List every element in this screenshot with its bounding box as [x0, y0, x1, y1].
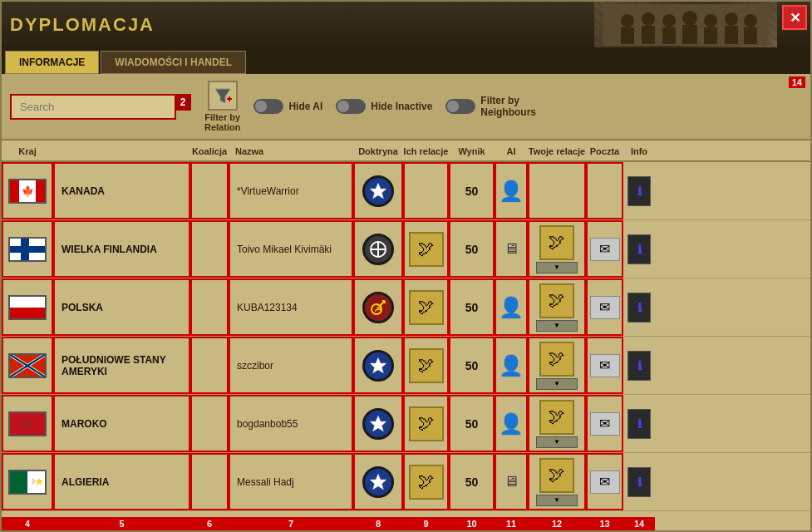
doctrine-cell-poland[interactable]: ☭ [353, 278, 403, 336]
filter-by-relation-label: Filter byRelation [204, 112, 240, 132]
info-cell-finland[interactable]: ℹ [623, 220, 655, 278]
doctrine-cell-canada[interactable] [353, 162, 403, 219]
badge-4: 4 [2, 517, 53, 530]
relation-dropdown-morocco[interactable]: ▼ [536, 436, 578, 448]
hide-inactive-toggle[interactable] [336, 99, 366, 114]
mail-icon-finland[interactable]: ✉ [590, 238, 620, 261]
filter-neighbours-toggle[interactable] [445, 99, 475, 114]
mail-cell-algeria[interactable]: ✉ [586, 453, 623, 510]
info-button-csa[interactable]: ℹ [627, 351, 651, 381]
hide-ai-label: Hide AI [288, 101, 322, 112]
your-rel-cell-finland[interactable]: 🕊 ▼ [528, 220, 586, 278]
filter-by-relation-button[interactable]: Filter byRelation [204, 81, 240, 132]
ai-person-icon: 👤 [499, 180, 524, 203]
their-rel-cell-morocco[interactable]: 🕊 [403, 395, 449, 452]
search-container: 2 [10, 94, 191, 120]
their-rel-cell-csa[interactable]: 🕊 [403, 337, 449, 394]
table-row: ☽⭐ ALGIERIA Messali Hadj 🕊 [2, 453, 810, 511]
tab-informacje[interactable]: INFORMACJE [5, 51, 99, 74]
close-button[interactable]: ✕ [782, 5, 807, 30]
your-rel-cell-canada[interactable] [528, 162, 586, 219]
mail-icon-csa[interactable]: ✉ [590, 354, 620, 377]
info-cell-morocco[interactable]: ℹ [623, 395, 655, 452]
relation-dropdown-poland[interactable]: ▼ [536, 320, 578, 332]
flag-cell-csa [2, 337, 53, 394]
mail-icon-morocco[interactable]: ✉ [590, 412, 620, 436]
your-rel-cell-morocco[interactable]: 🕊 ▼ [528, 395, 586, 452]
ai-person-icon-poland: 👤 [499, 296, 524, 319]
doctrine-cell-csa[interactable] [353, 337, 403, 394]
table-row: WIELKA FINLANDIA Toivo Mikael Kivimäki 🕊 [2, 220, 810, 278]
badge-5: 5 [53, 517, 190, 530]
coalition-cell-poland [190, 278, 229, 336]
info-button-canada[interactable]: ℹ [627, 176, 651, 206]
info-cell-algeria[interactable]: ℹ [623, 453, 655, 510]
tabs-bar: INFORMACJE WIADOMOŚCI I HANDEL [2, 47, 810, 74]
filter-neighbours-label: Filter by [480, 95, 536, 106]
score-finland: 50 [465, 243, 479, 256]
info-button-poland[interactable]: ℹ [627, 293, 651, 323]
doctrine-icon-democratic [362, 175, 394, 207]
your-rel-cell-csa[interactable]: 🕊 ▼ [528, 337, 586, 394]
doctrine-cell-algeria[interactable] [353, 453, 403, 510]
relation-dropdown-algeria[interactable]: ▼ [536, 495, 578, 506]
their-rel-cell-algeria[interactable]: 🕊 [403, 453, 449, 510]
democratic-symbol [368, 181, 388, 201]
mail-cell-csa[interactable]: ✉ [586, 337, 623, 394]
csa-flag-svg [10, 354, 45, 377]
doctrine-cell-morocco[interactable] [353, 395, 403, 452]
svg-point-3 [642, 12, 655, 26]
your-rel-container-poland: 🕊 ▼ [536, 283, 578, 332]
mail-cell-finland[interactable]: ✉ [586, 220, 623, 278]
header-number-badge: 14 [789, 76, 805, 88]
col-header-poczta: Poczta [586, 143, 623, 158]
info-cell-csa[interactable]: ℹ [623, 337, 655, 394]
photo-overlay [594, 2, 777, 47]
info-cell-poland[interactable]: ℹ [623, 278, 655, 336]
svg-point-13 [744, 14, 757, 27]
score-cell-poland: 50 [449, 278, 495, 336]
table-row: POLSKA KUBA123134 ☭ 🕊 [2, 278, 810, 337]
info-button-morocco[interactable]: ℹ [627, 409, 651, 439]
flag-morocco [8, 411, 47, 436]
col-header-info: Info [623, 143, 655, 158]
svg-marker-35 [370, 474, 386, 490]
info-button-algeria[interactable]: ℹ [627, 467, 651, 497]
score-morocco: 50 [465, 417, 479, 431]
mail-cell-poland[interactable]: ✉ [586, 278, 623, 336]
score-cell-algeria: 50 [449, 453, 495, 510]
mail-cell-morocco[interactable]: ✉ [586, 395, 623, 452]
your-rel-cell-poland[interactable]: 🕊 ▼ [528, 278, 586, 336]
table-row: 🍁 KANADA *VirtueWarrior 50 [2, 162, 810, 220]
col-header-twoje-relacje: Twoje relacje [528, 143, 586, 158]
main-window: DYPLOMACJA [0, 0, 812, 532]
tab-wiadomosci[interactable]: WIADOMOŚCI I HANDEL [101, 51, 246, 74]
coalition-cell-csa [190, 337, 229, 394]
svg-rect-4 [642, 26, 655, 44]
ai-person-icon-morocco: 👤 [499, 412, 524, 436]
ai-cell-finland: 🖥 [495, 220, 528, 278]
their-rel-cell-poland[interactable]: 🕊 [403, 278, 449, 336]
info-button-finland[interactable]: ℹ [627, 234, 651, 264]
doctrine-icon-fascist [362, 234, 394, 265]
player-cell-poland: KUBA123134 [229, 278, 353, 336]
relation-dropdown-finland[interactable]: ▼ [536, 262, 578, 273]
coalition-cell-canada [190, 162, 229, 219]
mail-icon-algeria[interactable]: ✉ [590, 470, 620, 494]
flag-cell-morocco [2, 395, 53, 452]
search-input[interactable] [10, 94, 176, 120]
country-cell-canada: KANADA [53, 162, 190, 219]
col-header-ich-relacje: Ich relacje [403, 143, 449, 158]
relation-dropdown-csa[interactable]: ▼ [536, 378, 578, 390]
doctrine-cell-finland[interactable] [353, 220, 403, 278]
your-rel-cell-algeria[interactable]: 🕊 ▼ [528, 453, 586, 510]
country-cell-poland: POLSKA [53, 278, 190, 336]
hide-ai-toggle[interactable] [253, 99, 283, 114]
badge-7: 7 [229, 517, 353, 530]
info-cell-canada[interactable]: ℹ [623, 162, 655, 219]
filter-neighbours-label2: Neighbours [480, 106, 536, 118]
mail-icon-poland[interactable]: ✉ [590, 296, 620, 319]
flag-csa [8, 353, 47, 378]
your-rel-container-csa: 🕊 ▼ [536, 342, 578, 390]
their-rel-cell-finland[interactable]: 🕊 [403, 220, 449, 278]
